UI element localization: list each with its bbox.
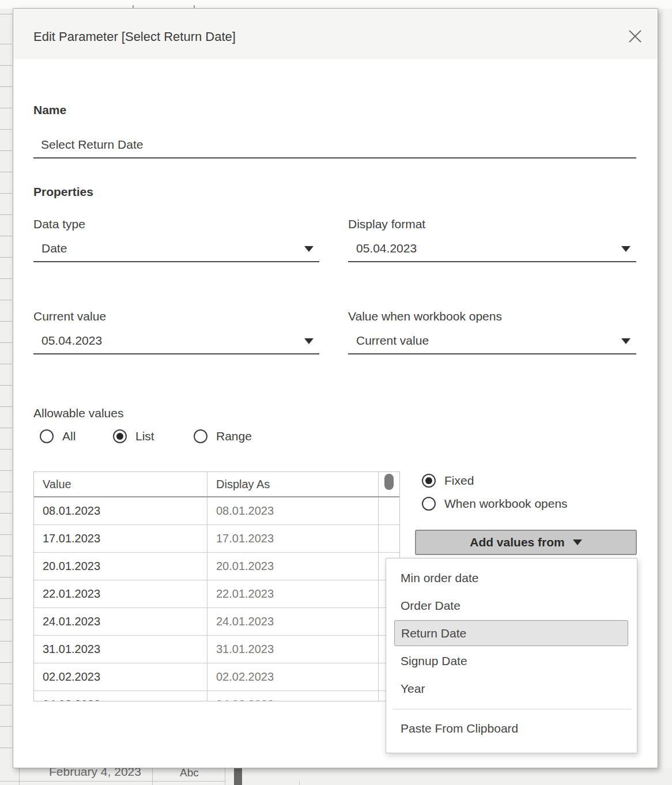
chevron-down-icon (573, 539, 582, 545)
value-cell[interactable]: 17.01.2023 (34, 525, 207, 552)
radio-range[interactable]: Range (194, 429, 252, 443)
display-as-cell[interactable]: 04.02.2023 (207, 691, 379, 701)
table-row[interactable]: 22.01.202322.01.2023 (34, 580, 399, 608)
radio-fixed-label: Fixed (444, 474, 474, 488)
worksheet-bottom-strip: February 4, 2023 Abc (0, 768, 672, 785)
radio-all[interactable]: All (40, 429, 75, 443)
cell-border (225, 768, 225, 785)
table-row[interactable]: 04.02.202304.02.2023 (34, 691, 399, 701)
radio-circle-selected (113, 429, 127, 443)
current-value-label: Current value (33, 310, 106, 323)
radio-list-label: List (135, 429, 154, 443)
radio-fixed[interactable]: Fixed (422, 474, 474, 488)
menu-separator (393, 709, 631, 709)
menu-item-paste-from-clipboard[interactable]: Paste From Clipboard (386, 715, 637, 742)
display-as-cell[interactable]: 31.01.2023 (207, 636, 379, 663)
current-value-value: 05.04.2023 (41, 334, 102, 348)
display-as-cell[interactable]: 02.02.2023 (207, 663, 379, 690)
display-format-dropdown[interactable]: 05.04.2023 (348, 237, 636, 262)
add-values-from-label: Add values from (470, 535, 565, 549)
table-header-row: Value Display As (34, 472, 399, 497)
cell-border (152, 768, 153, 785)
list-table-body: 08.01.202308.01.202317.01.202317.01.2023… (34, 497, 399, 701)
menu-item-return-date[interactable]: Return Date (394, 620, 628, 646)
chevron-down-icon (304, 338, 314, 344)
workbook-open-value-value: Current value (356, 334, 429, 348)
add-values-menu-items: Min order dateOrder DateReturn DateSignu… (386, 564, 637, 703)
display-as-cell[interactable]: 24.01.2023 (207, 608, 379, 635)
worksheet-top-strip (0, 0, 672, 9)
menu-item-min-order-date[interactable]: Min order date (386, 564, 637, 592)
menu-item-year[interactable]: Year (386, 675, 637, 703)
value-cell[interactable]: 22.01.2023 (34, 580, 207, 607)
close-icon (628, 29, 643, 44)
display-format-value: 05.04.2023 (356, 241, 417, 255)
workbook-open-value-dropdown[interactable]: Current value (348, 329, 636, 354)
radio-circle (422, 497, 436, 511)
display-as-cell[interactable]: 17.01.2023 (207, 525, 379, 552)
menu-item-signup-date[interactable]: Signup Date (386, 647, 637, 675)
worksheet-date-cell: February 4, 2023 (49, 768, 141, 779)
menu-item-order-date[interactable]: Order Date (386, 592, 637, 620)
scrollbar-thumb[interactable] (384, 474, 394, 490)
name-input[interactable] (33, 133, 636, 158)
display-as-cell[interactable]: 20.01.2023 (207, 553, 379, 580)
column-header-display-as[interactable]: Display As (207, 472, 379, 496)
radio-list[interactable]: List (113, 429, 154, 443)
radio-range-label: Range (216, 429, 252, 443)
data-type-label: Data type (33, 217, 85, 231)
worksheet-row-lines (0, 9, 12, 785)
cell-border (299, 781, 300, 785)
radio-circle (194, 429, 207, 443)
add-values-from-button[interactable]: Add values from (415, 530, 637, 555)
properties-heading: Properties (33, 185, 93, 199)
chevron-down-icon (621, 246, 631, 252)
radio-circle (40, 429, 54, 443)
display-format-label: Display format (348, 217, 425, 231)
radio-when-workbook-opens[interactable]: When workbook opens (422, 497, 568, 511)
edit-parameter-dialog: Edit Parameter [Select Return Date] Name… (13, 8, 658, 768)
name-label: Name (33, 103, 66, 117)
display-as-cell[interactable]: 08.01.2023 (207, 497, 379, 524)
dialog-header: Edit Parameter [Select Return Date] (13, 9, 658, 59)
value-cell[interactable]: 02.02.2023 (34, 663, 207, 690)
worksheet-row-line (0, 781, 225, 782)
display-as-cell[interactable]: 22.01.2023 (207, 580, 379, 607)
table-row[interactable]: 02.02.202302.02.2023 (34, 663, 399, 691)
table-row[interactable]: 08.01.202308.01.2023 (34, 497, 399, 525)
cell-border (19, 768, 20, 785)
workbook-open-value-label: Value when workbook opens (348, 310, 502, 323)
add-values-menu: Min order dateOrder DateReturn DateSignu… (386, 558, 637, 753)
current-value-dropdown[interactable]: 05.04.2023 (33, 329, 319, 354)
value-cell[interactable]: 31.01.2023 (34, 636, 207, 663)
table-row[interactable]: 31.01.202331.01.2023 (34, 636, 399, 663)
value-cell[interactable]: 20.01.2023 (34, 553, 207, 580)
chevron-down-icon (304, 246, 314, 252)
value-cell[interactable]: 08.01.2023 (34, 497, 207, 524)
data-type-dropdown[interactable]: Date (33, 237, 319, 262)
value-cell[interactable]: 24.01.2023 (34, 608, 207, 635)
table-row[interactable]: 24.01.202324.01.2023 (34, 608, 399, 636)
radio-circle-selected (422, 474, 436, 488)
data-type-value: Date (41, 241, 67, 255)
dialog-title: Edit Parameter [Select Return Date] (33, 29, 236, 44)
table-row[interactable]: 17.01.202317.01.2023 (34, 525, 399, 553)
radio-when-workbook-opens-label: When workbook opens (444, 497, 568, 511)
allowable-values-label: Allowable values (33, 406, 123, 420)
worksheet-type-cell: Abc (180, 768, 199, 779)
radio-all-label: All (62, 429, 75, 443)
value-list-table: Value Display As 08.01.202308.01.202317.… (33, 471, 400, 701)
close-button[interactable] (626, 28, 644, 45)
table-row[interactable]: 20.01.202320.01.2023 (34, 553, 399, 580)
column-header-value[interactable]: Value (34, 472, 207, 496)
chevron-down-icon (621, 338, 631, 344)
worksheet-scroll-handle[interactable] (234, 768, 242, 785)
value-cell[interactable]: 04.02.2023 (34, 691, 207, 701)
